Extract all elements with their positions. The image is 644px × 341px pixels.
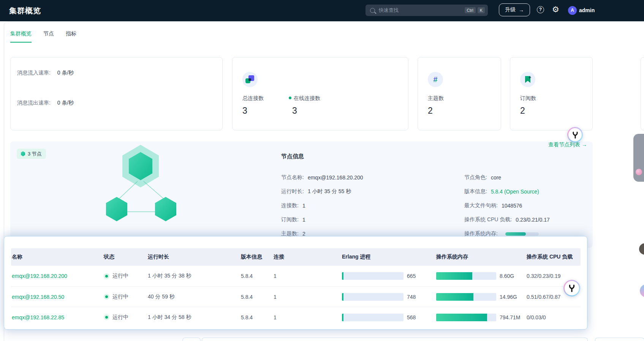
os-memory-cell: 14.96G bbox=[435, 293, 526, 301]
total-connections-value: 3 bbox=[242, 106, 247, 116]
erlang-process-value: 665 bbox=[407, 273, 416, 279]
connections-cell: 1 bbox=[273, 294, 341, 300]
node-name-link[interactable]: emqx@192.168.20.200 bbox=[12, 273, 67, 279]
subscriptions-card: + 订阅数 2 bbox=[510, 57, 593, 130]
message-in-rate: 消息流入速率: 0 条/秒 bbox=[17, 70, 74, 76]
subscriptions-label: 订阅数 bbox=[520, 95, 536, 102]
node-info-row: 订阅数:1 bbox=[281, 216, 363, 224]
table-row: emqx@192.168.20.200运行中1 小时 35 分 38 秒5.8.… bbox=[11, 266, 581, 286]
tab-bar: 集群概览 节点 指标 bbox=[10, 30, 76, 43]
arrow-right-icon: → bbox=[519, 7, 524, 13]
info-label: 版本信息: bbox=[464, 188, 487, 195]
status-dot-icon bbox=[104, 314, 109, 320]
erlang-process-cell: 748 bbox=[341, 293, 435, 301]
status-cell: 运行中 bbox=[103, 314, 147, 321]
upgrade-button[interactable]: 升级 → bbox=[499, 3, 530, 16]
online-connections-label: 在线连接数 bbox=[289, 95, 320, 102]
column-header: 运行时长 bbox=[147, 254, 240, 260]
info-value: 1 bbox=[302, 203, 305, 209]
tab-cluster-overview[interactable]: 集群概览 bbox=[10, 30, 32, 43]
shortcut-ctrl-key: Ctrl bbox=[465, 7, 476, 13]
cpu-load-cell: 0.32/0.23/0.19 bbox=[526, 273, 581, 279]
os-memory-bar bbox=[505, 232, 539, 236]
os-memory-value: 14.96G bbox=[500, 294, 517, 300]
info-label: 节点名称: bbox=[281, 174, 304, 181]
search-input[interactable]: 快速查找 Ctrl K bbox=[366, 5, 488, 16]
node-hexagon-right bbox=[155, 197, 176, 221]
info-value: emqx@192.168.20.200 bbox=[308, 174, 363, 181]
table-header-row: 名称状态运行时长版本信息连接Erlang 进程操作系统内存操作系统 CPU 负载 bbox=[11, 248, 581, 266]
search-placeholder: 快速查找 bbox=[379, 7, 463, 14]
table-row: emqx@192.168.22.85运行中1 小时 34 分 58 秒5.8.4… bbox=[11, 307, 581, 327]
shortcut-k-key: K bbox=[478, 7, 485, 13]
topics-value: 2 bbox=[428, 106, 433, 116]
emqx-assistant-button[interactable] bbox=[563, 280, 580, 297]
column-header: Erlang 进程 bbox=[341, 254, 435, 260]
info-label: 操作系统 CPU 负载: bbox=[464, 216, 512, 223]
info-label: 订阅数: bbox=[281, 216, 299, 223]
page-title: 集群概览 bbox=[9, 6, 41, 16]
overlapping-squares-icon bbox=[242, 72, 258, 87]
node-name-link[interactable]: emqx@192.168.20.50 bbox=[12, 294, 64, 300]
status-label: 运行中 bbox=[112, 293, 128, 300]
info-value: 1 小时 35 分 55 秒 bbox=[308, 188, 351, 195]
node-info-row: 运行时长:1 小时 35 分 55 秒 bbox=[281, 188, 363, 195]
widget-dot-icon bbox=[636, 169, 642, 175]
hash-icon: # bbox=[428, 72, 443, 87]
username-label[interactable]: admin bbox=[579, 7, 595, 13]
status-cell: 运行中 bbox=[103, 273, 147, 279]
info-value: 1 bbox=[302, 217, 305, 223]
tab-metrics[interactable]: 指标 bbox=[66, 30, 76, 43]
erlang-process-bar bbox=[342, 314, 403, 321]
column-header: 名称 bbox=[11, 254, 103, 260]
connections-card: 总连接数 3 在线连接数 3 bbox=[232, 57, 408, 130]
search-icon bbox=[370, 8, 375, 13]
next-section-card-peek bbox=[595, 338, 644, 341]
message-rate-card: 消息流入速率: 0 条/秒 消息流出速率: 0 条/秒 bbox=[10, 57, 223, 130]
node-info-row: 操作系统 CPU 负载:0.23/0.21/0.17 bbox=[464, 216, 550, 224]
topics-card: # 主题数 2 bbox=[418, 57, 501, 130]
version-link[interactable]: 5.8.4 (Open Source) bbox=[491, 189, 539, 195]
edge-docked-widget[interactable] bbox=[633, 134, 644, 182]
column-header: 操作系统内存 bbox=[435, 254, 526, 260]
online-dot-icon bbox=[289, 97, 291, 99]
cpu-load-cell: 0/0.03/0 bbox=[526, 314, 581, 320]
bookmark-plus-icon: + bbox=[520, 72, 535, 87]
erlang-process-value: 748 bbox=[407, 294, 416, 300]
uptime-cell: 1 小时 34 分 58 秒 bbox=[147, 314, 240, 321]
node-count-badge: 3 节点 bbox=[17, 149, 46, 159]
uptime-cell: 1 小时 35 分 38 秒 bbox=[147, 273, 240, 279]
top-header: 集群概览 快速查找 Ctrl K 升级 → ? ⚙ A admin bbox=[0, 0, 644, 21]
info-label: 运行时长: bbox=[281, 188, 304, 195]
topics-label: 主题数 bbox=[428, 95, 444, 102]
node-info-row: 节点名称:emqx@192.168.20.200 bbox=[281, 174, 363, 181]
gear-icon[interactable]: ⚙ bbox=[552, 5, 559, 14]
node-name-link[interactable]: emqx@192.168.22.85 bbox=[12, 314, 64, 320]
emqx-assistant-button[interactable] bbox=[567, 127, 583, 143]
node-table-overlay: 名称状态运行时长版本信息连接Erlang 进程操作系统内存操作系统 CPU 负载… bbox=[4, 236, 587, 330]
os-memory-cell: 794.71M bbox=[435, 314, 526, 321]
node-info-row: 连接数:1 bbox=[281, 202, 363, 209]
info-label: 最大文件句柄: bbox=[464, 202, 498, 209]
subscriptions-value: 2 bbox=[520, 106, 525, 116]
node-hexagon-left bbox=[106, 197, 127, 221]
tab-nodes[interactable]: 节点 bbox=[43, 30, 54, 43]
status-cell: 运行中 bbox=[103, 293, 147, 300]
column-header: 状态 bbox=[103, 254, 147, 260]
table-row: emqx@192.168.20.50运行中40 分 59 秒5.8.417481… bbox=[11, 286, 581, 307]
info-value: 0.23/0.21/0.17 bbox=[516, 217, 550, 223]
node-info-row: 节点角色:core bbox=[464, 174, 550, 181]
cutoff-card-sliver bbox=[641, 57, 644, 130]
version-cell: 5.8.4 bbox=[240, 314, 273, 320]
avatar[interactable]: A bbox=[568, 6, 577, 15]
node-info-right-column: 节点角色:core版本信息:5.8.4 (Open Source)最大文件句柄:… bbox=[464, 174, 550, 244]
help-icon[interactable]: ? bbox=[537, 6, 544, 13]
os-memory-bar bbox=[436, 272, 496, 280]
node-info-row: 最大文件句柄:1048576 bbox=[464, 202, 550, 209]
total-connections-label: 总连接数 bbox=[242, 95, 264, 102]
hexagon-icon bbox=[21, 151, 25, 156]
status-label: 运行中 bbox=[112, 273, 128, 279]
cluster-topology-graphic[interactable] bbox=[91, 141, 198, 236]
view-node-list-link[interactable]: 查看节点列表 → bbox=[548, 141, 587, 148]
column-header: 连接 bbox=[273, 254, 341, 260]
